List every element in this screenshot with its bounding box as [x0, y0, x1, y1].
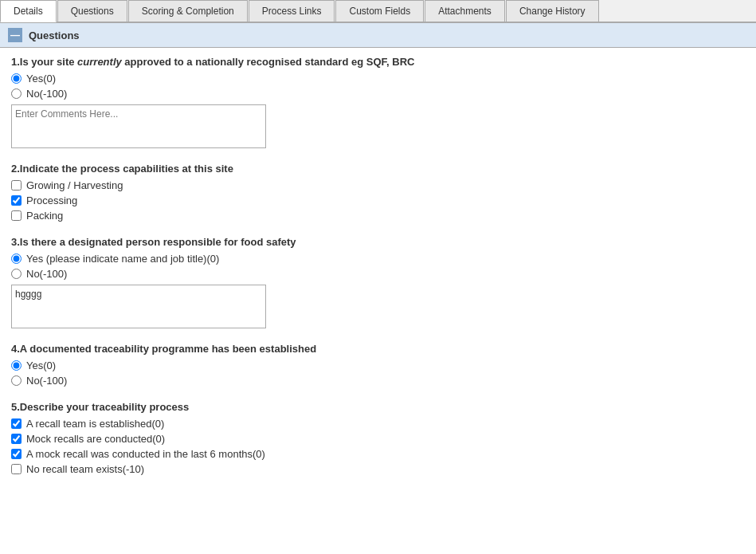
tab-attachments[interactable]: Attachments	[425, 0, 505, 22]
q1-comment-box[interactable]	[11, 104, 266, 148]
section-header: — Questions	[0, 22, 756, 48]
q4-radio-yes[interactable]	[11, 360, 22, 371]
question-3: 3.Is there a designated person responsib…	[11, 236, 745, 328]
q1-option-yes[interactable]: Yes(0)	[11, 73, 745, 84]
question-2-label: 2.Indicate the process capabilities at t…	[11, 163, 745, 175]
q5-option-no-recall-team[interactable]: No recall team exists(-10)	[11, 463, 745, 475]
q1-label-no: No(-100)	[26, 88, 67, 100]
question-4-label: 4.A documented traceability programme ha…	[11, 343, 745, 355]
tab-process-links[interactable]: Process Links	[249, 0, 335, 22]
q3-label-no: No(-100)	[26, 268, 67, 280]
collapse-button[interactable]: —	[8, 28, 22, 42]
q3-radio-no[interactable]	[11, 269, 22, 279]
q5-checkbox-mock-recall-6months[interactable]	[11, 449, 22, 459]
q2-label-processing: Processing	[26, 194, 77, 206]
question-1: 1.Is your site currently approved to a n…	[11, 56, 745, 148]
question-3-label: 3.Is there a designated person responsib…	[11, 236, 745, 248]
tab-change-history[interactable]: Change History	[506, 0, 599, 22]
q2-checkbox-packing[interactable]	[11, 210, 22, 221]
q3-option-no[interactable]: No(-100)	[11, 268, 745, 280]
question-5-label: 5.Describe your traceability process	[11, 401, 745, 413]
q5-label-mock-recall-6months: A mock recall was conducted in the last …	[26, 448, 265, 460]
q5-option-mock-recall-6months[interactable]: A mock recall was conducted in the last …	[11, 448, 745, 460]
q1-radio-yes[interactable]	[11, 73, 22, 84]
question-2: 2.Indicate the process capabilities at t…	[11, 163, 745, 222]
q2-option-packing[interactable]: Packing	[11, 210, 745, 222]
q5-label-mock-recalls: Mock recalls are conducted(0)	[26, 433, 165, 445]
q5-checkbox-no-recall-team[interactable]	[11, 464, 22, 474]
q4-option-yes[interactable]: Yes(0)	[11, 360, 745, 371]
q5-option-mock-recalls[interactable]: Mock recalls are conducted(0)	[11, 433, 745, 445]
q2-checkbox-processing[interactable]	[11, 195, 22, 206]
q5-label-recall-team: A recall team is established(0)	[26, 418, 164, 430]
q1-text-before: 1.Is your site	[11, 56, 77, 68]
q1-em: currently	[77, 56, 122, 68]
q2-option-processing[interactable]: Processing	[11, 194, 745, 206]
q2-label-growing: Growing / Harvesting	[26, 179, 123, 191]
q3-option-yes[interactable]: Yes (please indicate name and job title)…	[11, 253, 745, 265]
tab-details[interactable]: Details	[0, 0, 57, 22]
q1-option-no[interactable]: No(-100)	[11, 88, 745, 100]
q1-label-yes: Yes(0)	[26, 73, 56, 84]
q3-radio-yes[interactable]	[11, 253, 22, 264]
tab-questions[interactable]: Questions	[57, 0, 127, 22]
tab-scoring[interactable]: Scoring & Completion	[128, 0, 248, 22]
question-1-label: 1.Is your site currently approved to a n…	[11, 56, 745, 68]
tab-custom-fields[interactable]: Custom Fields	[335, 0, 424, 22]
q5-option-recall-team[interactable]: A recall team is established(0)	[11, 418, 745, 430]
question-4: 4.A documented traceability programme ha…	[11, 343, 745, 387]
q1-text-after: approved to a nationally recognised stan…	[122, 56, 415, 68]
question-5: 5.Describe your traceability process A r…	[11, 401, 745, 475]
q3-comment-box[interactable]: hgggg	[11, 285, 266, 328]
q3-label-yes: Yes (please indicate name and job title)…	[26, 253, 219, 265]
section-title: Questions	[29, 29, 80, 41]
q2-option-growing[interactable]: Growing / Harvesting	[11, 179, 745, 191]
q4-option-no[interactable]: No(-100)	[11, 375, 745, 387]
q4-label-yes: Yes(0)	[26, 360, 56, 371]
tab-bar: Details Questions Scoring & Completion P…	[0, 0, 756, 22]
q4-label-no: No(-100)	[26, 375, 67, 387]
q4-radio-no[interactable]	[11, 375, 22, 386]
q5-checkbox-recall-team[interactable]	[11, 418, 22, 429]
q1-radio-no[interactable]	[11, 88, 22, 99]
q5-label-no-recall-team: No recall team exists(-10)	[26, 463, 144, 475]
questions-content: 1.Is your site currently approved to a n…	[0, 48, 756, 497]
q2-label-packing: Packing	[26, 210, 63, 222]
q5-checkbox-mock-recalls[interactable]	[11, 434, 22, 444]
q2-checkbox-growing[interactable]	[11, 180, 22, 191]
